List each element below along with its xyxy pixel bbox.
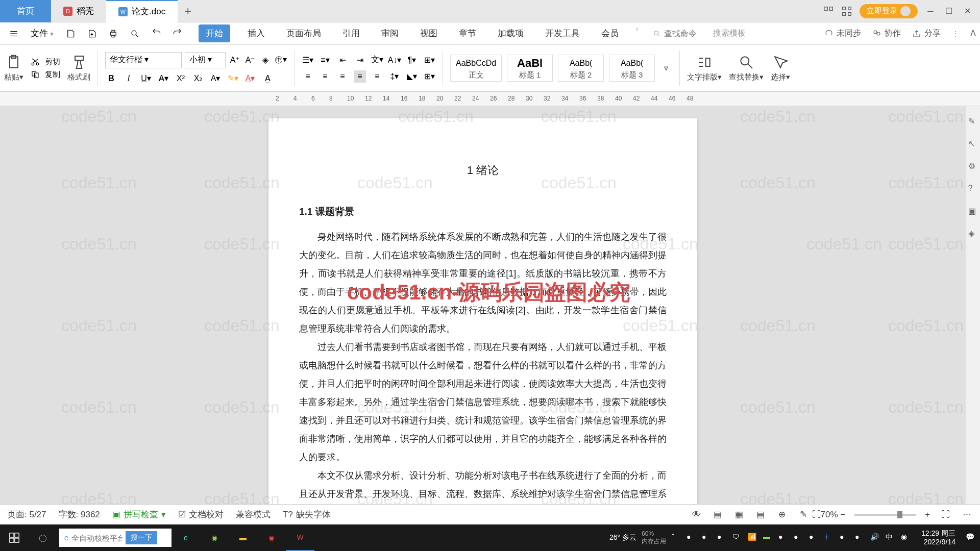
tab-chapter[interactable]: 章节 — [455, 24, 480, 42]
tray-icon-4[interactable]: ● — [778, 533, 789, 543]
grid-icon[interactable] — [823, 6, 834, 17]
apps-icon[interactable] — [841, 6, 852, 17]
tab-icon[interactable]: ⊞▾ — [423, 54, 435, 66]
web-view-icon[interactable]: ⊕ — [776, 509, 788, 521]
document-area[interactable]: 1 绪论 1.1 课题背景 身处网络时代，随着网络系统体系发展的不断成熟和完善，… — [0, 106, 966, 531]
word-count[interactable]: 字数: 9362 — [59, 509, 100, 520]
search-template-link[interactable]: 搜索模板 — [713, 28, 746, 39]
tab-view[interactable]: 视图 — [416, 24, 442, 42]
tab-insert[interactable]: 插入 — [243, 24, 269, 42]
subscript-icon[interactable]: X₂ — [192, 72, 204, 85]
command-search[interactable]: 搜索模板 — [653, 28, 746, 39]
coop-button[interactable]: 协作 — [872, 28, 901, 39]
superscript-icon[interactable]: X² — [175, 72, 187, 85]
tray-volume-icon[interactable]: 🔊 — [870, 533, 880, 543]
font-color-icon[interactable]: A▾ — [244, 72, 256, 85]
tab-docer[interactable]: D稻壳 — [51, 0, 106, 22]
ruler-icon[interactable]: ✎ — [797, 509, 810, 521]
page-indicator[interactable]: 页面: 5/27 — [7, 509, 46, 520]
browser-icon[interactable]: ◉ — [200, 524, 229, 551]
image-icon[interactable]: ▣ — [968, 206, 978, 216]
pencil-icon[interactable]: ✎ — [968, 116, 978, 127]
outline-view-icon[interactable]: ▤ — [754, 509, 767, 521]
tray-icon-8[interactable]: ● — [855, 533, 865, 543]
ruler[interactable]: 2468101214161820222426283032343638404244… — [0, 92, 980, 106]
proofread-button[interactable]: ☑ 文档校对 — [178, 509, 224, 520]
sync-button[interactable]: 未同步 — [824, 28, 861, 39]
print-icon[interactable] — [104, 26, 123, 41]
redo-icon[interactable] — [168, 26, 187, 41]
indent-decrease-icon[interactable]: ⇤ — [336, 54, 349, 66]
notifications-icon[interactable]: 💬 — [966, 533, 976, 543]
tray-icon-6[interactable]: ● — [809, 533, 819, 543]
find-replace-icon[interactable] — [738, 54, 754, 70]
tray-icon-3[interactable]: ● — [717, 533, 727, 543]
diamond-icon[interactable]: ◈ — [968, 229, 978, 239]
tab-document[interactable]: W论文.doc — [106, 0, 178, 22]
style-h2[interactable]: AaBb(标题 2 — [558, 55, 604, 82]
tray-icon-9[interactable]: ◉ — [901, 533, 911, 543]
start-button[interactable] — [0, 524, 29, 551]
tray-icon-2[interactable]: ● — [702, 533, 712, 543]
underline-icon[interactable]: U▾ — [140, 72, 152, 85]
save-icon[interactable] — [61, 26, 80, 41]
tab-home[interactable]: 首页 — [0, 0, 51, 22]
phonetic-icon[interactable]: ㊥▾ — [275, 54, 287, 66]
fullscreen-icon[interactable]: ⛶ — [939, 509, 951, 521]
line-spacing-icon[interactable]: ‡▾ — [388, 70, 401, 83]
text-effect-icon[interactable]: A▾ — [209, 72, 222, 85]
login-button[interactable]: 立即登录 — [860, 4, 918, 18]
clock[interactable]: 12:29 周三2022/9/14 — [916, 529, 961, 546]
style-h1[interactable]: AaBl标题 1 — [507, 55, 553, 82]
ie-icon[interactable]: e — [172, 524, 200, 551]
collapse-ribbon-icon[interactable]: ᐱ — [970, 29, 976, 38]
file-menu[interactable]: 文件▾ — [26, 24, 59, 42]
number-list-icon[interactable]: ≡▾ — [319, 54, 331, 66]
taskbar-search[interactable]: e 搜一下 — [59, 529, 172, 547]
align-right-icon[interactable]: ≡ — [336, 70, 349, 83]
read-view-icon[interactable]: ▤ — [712, 509, 724, 521]
wps-icon[interactable]: W — [286, 524, 314, 551]
help-icon[interactable]: ? — [968, 184, 978, 194]
grow-font-icon[interactable]: A⁺ — [229, 54, 241, 66]
eye-icon[interactable]: 👁 — [690, 509, 702, 521]
char-border-icon[interactable]: A̲ — [261, 72, 274, 85]
explorer-icon[interactable]: ▬ — [229, 524, 257, 551]
tray-icon-7[interactable]: ● — [840, 533, 850, 543]
undo-icon[interactable] — [146, 26, 166, 41]
align-distribute-icon[interactable]: ≡ — [371, 70, 383, 83]
tray-bluetooth-icon[interactable]: ᚼ — [824, 533, 835, 543]
share-button[interactable]: 分享 — [912, 28, 941, 39]
tray-shield-icon[interactable]: 🛡 — [732, 533, 743, 543]
app-icon[interactable]: ◉ — [257, 524, 286, 551]
highlight-icon[interactable]: ✎▾ — [227, 72, 239, 85]
italic-icon[interactable]: I — [122, 72, 135, 85]
close-button[interactable]: ✕ — [962, 6, 973, 17]
command-search-input[interactable] — [664, 29, 710, 38]
tray-wifi-icon[interactable]: 📶 — [748, 533, 758, 543]
text-layout-icon[interactable] — [696, 54, 713, 70]
asian-layout-icon[interactable]: 文▾ — [371, 54, 383, 66]
tab-add[interactable]: + — [178, 4, 198, 18]
show-marks-icon[interactable]: ¶▾ — [406, 54, 418, 66]
zoom-in-button[interactable]: + — [925, 510, 930, 520]
style-normal[interactable]: AaBbCcDd正文 — [450, 55, 502, 82]
shrink-font-icon[interactable]: A⁻ — [244, 54, 256, 66]
savecloud-icon[interactable] — [82, 26, 102, 41]
indent-increase-icon[interactable]: ⇥ — [354, 54, 366, 66]
tab-addon[interactable]: 加载项 — [494, 24, 528, 42]
clear-format-icon[interactable]: ◈ — [259, 54, 272, 66]
print-view-icon[interactable]: ▦ — [733, 509, 745, 521]
tray-ime-icon[interactable]: 中 — [886, 533, 896, 543]
tab-reference[interactable]: 引用 — [338, 24, 364, 42]
align-center-icon[interactable]: ≡ — [319, 70, 331, 83]
strikethrough-icon[interactable]: A̶▾ — [157, 72, 169, 85]
copy-button[interactable]: 复制 — [31, 70, 60, 80]
cut-button[interactable]: 剪切 — [31, 57, 60, 67]
tray-icon-1[interactable]: ● — [687, 533, 697, 543]
menu-icon[interactable] — [4, 26, 23, 41]
bold-icon[interactable]: B — [105, 72, 117, 85]
cortana-icon[interactable]: ◯ — [29, 524, 57, 551]
cursor-icon[interactable]: ↖ — [968, 139, 978, 149]
tab-start[interactable]: 开始 — [199, 24, 230, 42]
